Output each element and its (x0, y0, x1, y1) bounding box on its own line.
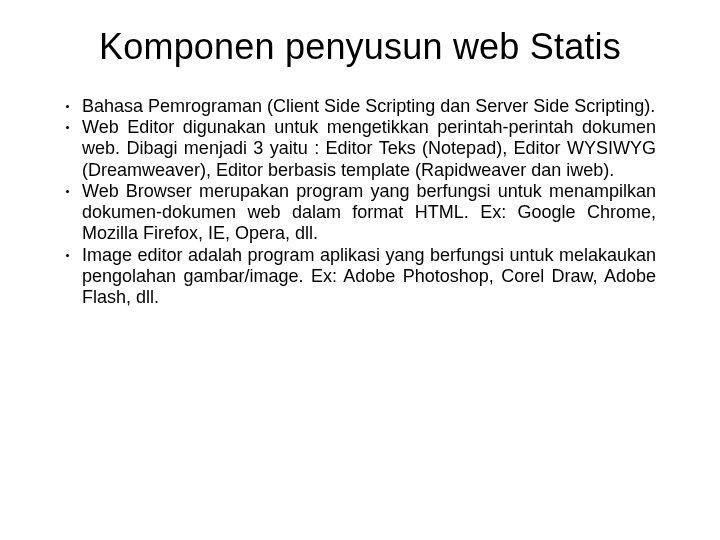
list-item: Web Browser merupakan program yang berfu… (60, 181, 656, 245)
slide: Komponen penyusun web Statis Bahasa Pemr… (0, 0, 720, 540)
slide-title: Komponen penyusun web Statis (54, 26, 666, 68)
list-item: Web Editor digunakan untuk mengetikkan p… (60, 117, 656, 181)
bullet-list: Bahasa Pemrograman (Client Side Scriptin… (54, 96, 666, 308)
list-item: Image editor adalah program aplikasi yan… (60, 245, 656, 309)
list-item: Bahasa Pemrograman (Client Side Scriptin… (60, 96, 656, 117)
